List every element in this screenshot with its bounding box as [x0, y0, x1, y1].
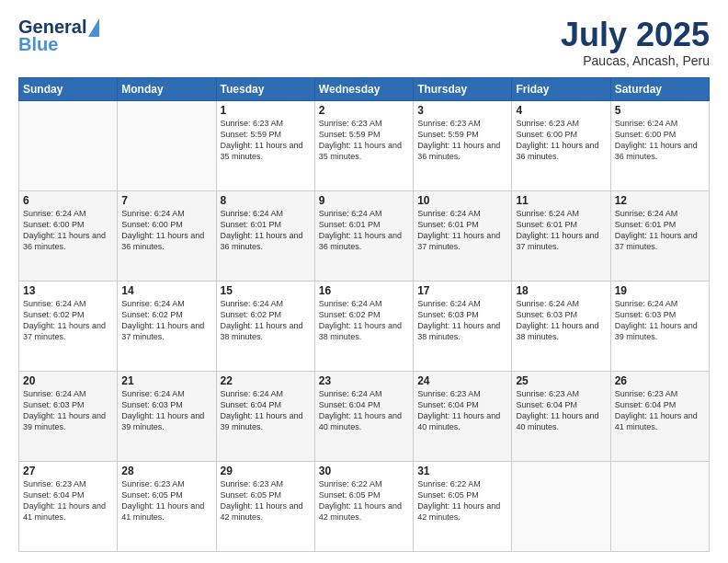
day-info: Sunrise: 6:24 AM Sunset: 6:04 PM Dayligh… — [221, 388, 311, 433]
calendar-day-header: Monday — [118, 77, 216, 100]
calendar-cell: 12Sunrise: 6:24 AM Sunset: 6:01 PM Dayli… — [610, 190, 709, 281]
day-info: Sunrise: 6:24 AM Sunset: 6:02 PM Dayligh… — [23, 298, 113, 343]
day-info: Sunrise: 6:23 AM Sunset: 5:59 PM Dayligh… — [319, 118, 409, 163]
calendar-cell: 5Sunrise: 6:24 AM Sunset: 6:00 PM Daylig… — [610, 100, 709, 190]
day-number: 18 — [516, 284, 606, 297]
calendar-cell: 4Sunrise: 6:23 AM Sunset: 6:00 PM Daylig… — [512, 100, 610, 190]
day-number: 21 — [121, 374, 211, 387]
header: General Blue July 2025 Paucas, Ancash, P… — [18, 17, 710, 68]
day-number: 31 — [417, 465, 507, 477]
calendar-cell: 17Sunrise: 6:24 AM Sunset: 6:03 PM Dayli… — [414, 281, 512, 371]
calendar-cell: 15Sunrise: 6:24 AM Sunset: 6:02 PM Dayli… — [216, 281, 314, 371]
day-info: Sunrise: 6:23 AM Sunset: 6:04 PM Dayligh… — [516, 388, 606, 433]
day-info: Sunrise: 6:23 AM Sunset: 5:59 PM Dayligh… — [221, 118, 311, 163]
day-info: Sunrise: 6:24 AM Sunset: 6:02 PM Dayligh… — [121, 298, 211, 343]
calendar-cell: 8Sunrise: 6:24 AM Sunset: 6:01 PM Daylig… — [216, 190, 314, 281]
calendar-day-header: Friday — [512, 77, 610, 100]
day-number: 20 — [23, 374, 113, 387]
calendar-cell: 7Sunrise: 6:24 AM Sunset: 6:00 PM Daylig… — [118, 190, 216, 281]
day-number: 28 — [121, 465, 211, 477]
location: Paucas, Ancash, Peru — [561, 53, 710, 68]
day-number: 14 — [121, 284, 211, 297]
calendar-cell: 30Sunrise: 6:22 AM Sunset: 6:05 PM Dayli… — [314, 461, 413, 551]
calendar-cell: 16Sunrise: 6:24 AM Sunset: 6:02 PM Dayli… — [314, 281, 413, 371]
calendar-day-header: Tuesday — [216, 77, 314, 100]
day-number: 4 — [516, 104, 606, 117]
day-number: 22 — [221, 374, 311, 387]
calendar-cell: 6Sunrise: 6:24 AM Sunset: 6:00 PM Daylig… — [19, 190, 118, 281]
calendar-cell: 20Sunrise: 6:24 AM Sunset: 6:03 PM Dayli… — [19, 371, 118, 461]
calendar-cell: 24Sunrise: 6:23 AM Sunset: 6:04 PM Dayli… — [414, 371, 512, 461]
calendar-cell: 2Sunrise: 6:23 AM Sunset: 5:59 PM Daylig… — [314, 100, 413, 190]
calendar-cell: 18Sunrise: 6:24 AM Sunset: 6:03 PM Dayli… — [512, 281, 610, 371]
calendar-day-header: Sunday — [19, 77, 118, 100]
calendar-cell: 22Sunrise: 6:24 AM Sunset: 6:04 PM Dayli… — [216, 371, 314, 461]
title-section: July 2025 Paucas, Ancash, Peru — [561, 17, 710, 68]
logo: General Blue — [18, 17, 99, 55]
day-info: Sunrise: 6:23 AM Sunset: 5:59 PM Dayligh… — [417, 118, 507, 163]
calendar-table: SundayMondayTuesdayWednesdayThursdayFrid… — [18, 77, 710, 552]
calendar-week-row: 6Sunrise: 6:24 AM Sunset: 6:00 PM Daylig… — [19, 190, 710, 281]
calendar-cell: 11Sunrise: 6:24 AM Sunset: 6:01 PM Dayli… — [512, 190, 610, 281]
calendar-cell: 26Sunrise: 6:23 AM Sunset: 6:04 PM Dayli… — [610, 371, 709, 461]
day-number: 27 — [23, 465, 113, 477]
day-number: 15 — [221, 284, 311, 297]
day-number: 5 — [615, 104, 705, 117]
day-number: 11 — [516, 194, 606, 207]
day-info: Sunrise: 6:24 AM Sunset: 6:01 PM Dayligh… — [319, 208, 409, 253]
calendar-cell: 9Sunrise: 6:24 AM Sunset: 6:01 PM Daylig… — [314, 190, 413, 281]
day-info: Sunrise: 6:24 AM Sunset: 6:00 PM Dayligh… — [615, 118, 705, 163]
calendar-day-header: Saturday — [610, 77, 709, 100]
day-info: Sunrise: 6:24 AM Sunset: 6:01 PM Dayligh… — [615, 208, 705, 253]
day-number: 23 — [319, 374, 409, 387]
day-number: 10 — [417, 194, 507, 207]
calendar-header-row: SundayMondayTuesdayWednesdayThursdayFrid… — [19, 77, 710, 100]
day-info: Sunrise: 6:24 AM Sunset: 6:03 PM Dayligh… — [516, 298, 606, 343]
month-title: July 2025 — [561, 17, 710, 53]
calendar-week-row: 27Sunrise: 6:23 AM Sunset: 6:04 PM Dayli… — [19, 461, 710, 551]
day-info: Sunrise: 6:22 AM Sunset: 6:05 PM Dayligh… — [417, 478, 507, 523]
day-number: 29 — [221, 465, 311, 477]
day-info: Sunrise: 6:22 AM Sunset: 6:05 PM Dayligh… — [319, 478, 409, 523]
day-number: 13 — [23, 284, 113, 297]
day-info: Sunrise: 6:24 AM Sunset: 6:01 PM Dayligh… — [516, 208, 606, 253]
day-number: 1 — [221, 104, 311, 117]
day-info: Sunrise: 6:23 AM Sunset: 6:05 PM Dayligh… — [221, 478, 311, 523]
day-info: Sunrise: 6:23 AM Sunset: 6:04 PM Dayligh… — [615, 388, 705, 433]
page: General Blue July 2025 Paucas, Ancash, P… — [0, 0, 728, 563]
calendar-cell — [610, 461, 709, 551]
day-info: Sunrise: 6:24 AM Sunset: 6:00 PM Dayligh… — [23, 208, 113, 253]
day-info: Sunrise: 6:24 AM Sunset: 6:03 PM Dayligh… — [615, 298, 705, 343]
calendar-cell — [118, 100, 216, 190]
day-number: 25 — [516, 374, 606, 387]
calendar-week-row: 20Sunrise: 6:24 AM Sunset: 6:03 PM Dayli… — [19, 371, 710, 461]
day-number: 26 — [615, 374, 705, 387]
day-number: 9 — [319, 194, 409, 207]
day-info: Sunrise: 6:24 AM Sunset: 6:03 PM Dayligh… — [23, 388, 113, 433]
day-info: Sunrise: 6:24 AM Sunset: 6:01 PM Dayligh… — [221, 208, 311, 253]
logo-blue: Blue — [18, 34, 58, 55]
day-number: 6 — [23, 194, 113, 207]
day-number: 2 — [319, 104, 409, 117]
calendar-cell — [512, 461, 610, 551]
calendar-cell: 19Sunrise: 6:24 AM Sunset: 6:03 PM Dayli… — [610, 281, 709, 371]
calendar-cell: 27Sunrise: 6:23 AM Sunset: 6:04 PM Dayli… — [19, 461, 118, 551]
day-number: 7 — [121, 194, 211, 207]
day-number: 24 — [417, 374, 507, 387]
calendar-cell: 14Sunrise: 6:24 AM Sunset: 6:02 PM Dayli… — [118, 281, 216, 371]
day-number: 8 — [221, 194, 311, 207]
calendar-cell: 3Sunrise: 6:23 AM Sunset: 5:59 PM Daylig… — [414, 100, 512, 190]
logo-triangle-icon — [88, 18, 99, 37]
calendar-day-header: Wednesday — [314, 77, 413, 100]
day-info: Sunrise: 6:24 AM Sunset: 6:02 PM Dayligh… — [319, 298, 409, 343]
day-number: 19 — [615, 284, 705, 297]
calendar-cell: 10Sunrise: 6:24 AM Sunset: 6:01 PM Dayli… — [414, 190, 512, 281]
day-info: Sunrise: 6:24 AM Sunset: 6:01 PM Dayligh… — [417, 208, 507, 253]
day-number: 3 — [417, 104, 507, 117]
day-info: Sunrise: 6:24 AM Sunset: 6:02 PM Dayligh… — [221, 298, 311, 343]
calendar-cell — [19, 100, 118, 190]
day-number: 17 — [417, 284, 507, 297]
calendar-cell: 1Sunrise: 6:23 AM Sunset: 5:59 PM Daylig… — [216, 100, 314, 190]
day-info: Sunrise: 6:24 AM Sunset: 6:03 PM Dayligh… — [417, 298, 507, 343]
calendar-cell: 13Sunrise: 6:24 AM Sunset: 6:02 PM Dayli… — [19, 281, 118, 371]
